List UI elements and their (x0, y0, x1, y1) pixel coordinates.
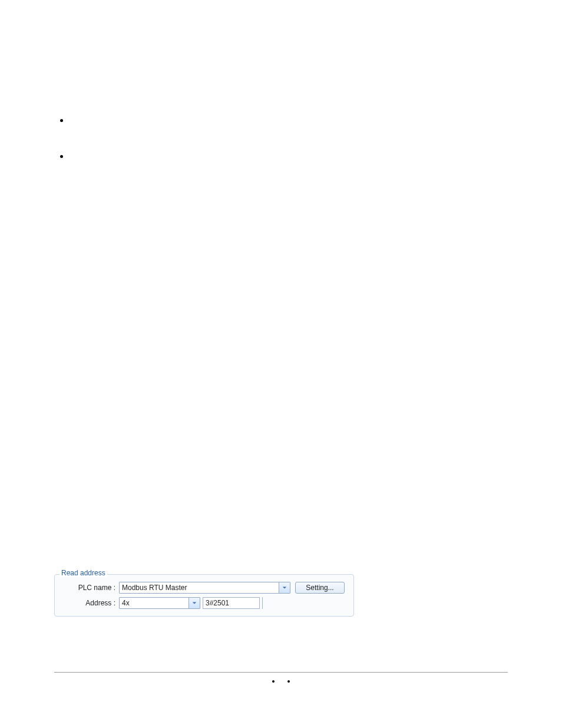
chevron-down-icon[interactable] (189, 598, 200, 608)
trailing-divider (262, 597, 265, 609)
chevron-down-icon[interactable] (279, 582, 290, 593)
footer-dots (0, 680, 562, 683)
page: Read address PLC name : Modbus RTU Maste… (0, 0, 562, 728)
read-address-group: Read address PLC name : Modbus RTU Maste… (54, 574, 354, 617)
address-value-input[interactable]: 3#2501 (203, 597, 260, 609)
footer-dot (272, 680, 275, 683)
address-value-text: 3#2501 (206, 599, 229, 607)
plc-name-combobox[interactable]: Modbus RTU Master (119, 582, 290, 594)
address-label: Address : (61, 599, 119, 607)
plc-name-row: PLC name : Modbus RTU Master Setting... (61, 582, 348, 594)
plc-name-label: PLC name : (61, 584, 119, 592)
bullet-item (60, 155, 63, 158)
footer-dot (287, 680, 290, 683)
address-type-value: 4x (120, 599, 189, 607)
address-row: Address : 4x 3#2501 (61, 597, 348, 609)
bullet-item (60, 119, 63, 122)
setting-button[interactable]: Setting... (295, 582, 345, 594)
upper-bullets (60, 119, 63, 191)
address-type-combobox[interactable]: 4x (119, 597, 200, 609)
footer-rule (54, 672, 508, 673)
plc-name-value: Modbus RTU Master (120, 584, 279, 592)
group-legend: Read address (59, 569, 107, 577)
